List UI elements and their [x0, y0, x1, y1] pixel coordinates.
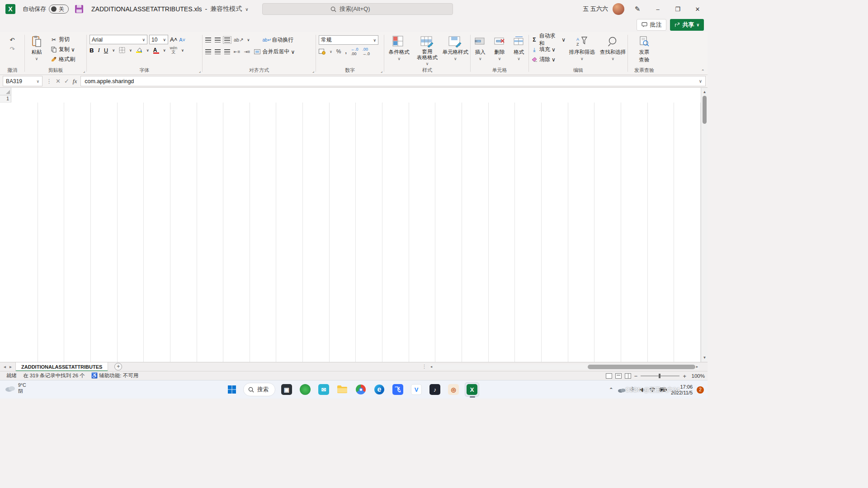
align-center-icon[interactable]	[215, 49, 221, 54]
page-break-view-icon[interactable]	[625, 373, 631, 379]
name-box-splitter-icon[interactable]: ⋮	[46, 78, 52, 84]
horizontal-scroll-thumb[interactable]	[588, 365, 695, 369]
delete-cells-button[interactable]: 删除 ∨	[491, 34, 509, 61]
edge-icon[interactable]: e	[372, 382, 387, 397]
align-right-icon[interactable]	[224, 49, 230, 54]
start-button[interactable]	[225, 382, 239, 397]
align-middle-icon[interactable]	[215, 38, 221, 42]
taskbar-app-meeting[interactable]: V	[409, 382, 424, 397]
close-button[interactable]: ✕	[688, 0, 708, 18]
normal-view-icon[interactable]	[606, 373, 612, 379]
increase-font-button[interactable]: A˄	[170, 36, 177, 43]
cancel-entry-icon[interactable]: ✕	[56, 78, 61, 84]
prev-sheet-icon[interactable]: ◂	[0, 364, 9, 369]
horizontal-scrollbar[interactable]: ◂ ▸	[429, 364, 699, 370]
taskbar-app-navy[interactable]: ♪	[428, 382, 442, 397]
row-header-1[interactable]: 1	[0, 95, 11, 103]
vertical-scroll-thumb[interactable]	[703, 96, 707, 124]
sheet-tab-active[interactable]: ZADDITIONALASSETATTRIBUTES	[15, 362, 108, 371]
restore-button[interactable]: ❐	[668, 0, 688, 18]
fill-color-button[interactable]	[136, 47, 142, 53]
align-top-icon[interactable]	[205, 38, 211, 42]
share-button[interactable]: 共享 ∨	[670, 19, 704, 31]
add-sheet-icon[interactable]: +	[114, 363, 122, 371]
excel-taskbar-icon[interactable]: X	[465, 382, 479, 397]
tray-chevron-up-icon[interactable]: ⌃	[609, 387, 613, 393]
zoom-slider[interactable]	[641, 375, 679, 376]
merge-center-button[interactable]: 合并后居中∨	[254, 47, 295, 56]
fill-button[interactable]: ⤓填充∨	[531, 45, 566, 54]
accounting-format-icon[interactable]	[319, 49, 326, 55]
taskbar-weather-widget[interactable]: 9°C阴	[5, 382, 26, 394]
autosave-control[interactable]: 自动保存 关	[23, 5, 69, 14]
wrap-text-button[interactable]: ab↵自动换行	[263, 35, 293, 45]
zoom-level[interactable]: 100%	[689, 373, 705, 379]
taskbar-app-mail[interactable]: ✉	[316, 382, 331, 397]
font-size-select[interactable]: 10∨	[149, 35, 168, 44]
increase-indent-icon[interactable]: ⇥≡	[244, 49, 250, 54]
decrease-indent-icon[interactable]: ⇤≡	[234, 49, 240, 54]
file-explorer-icon[interactable]	[335, 382, 349, 397]
sort-filter-button[interactable]: AZ 排序和筛选 ∨	[567, 34, 597, 61]
zoom-out-icon[interactable]: −	[634, 373, 638, 380]
title-chevron-down-icon[interactable]: ∨	[245, 7, 248, 12]
phonetic-guide-button[interactable]: wén文	[170, 46, 178, 54]
clear-button[interactable]: 清除∨	[531, 55, 566, 64]
scroll-up-icon[interactable]: ▲	[701, 89, 708, 95]
percent-style-button[interactable]: %	[336, 48, 341, 55]
increase-decimal-icon[interactable]: ←.0.00	[351, 47, 359, 56]
save-icon[interactable]	[75, 5, 83, 13]
confirm-entry-icon[interactable]: ✓	[64, 78, 69, 84]
taskbar-app-light[interactable]: ◎	[446, 382, 461, 397]
page-layout-view-icon[interactable]	[615, 373, 622, 379]
formula-bar-expand-icon[interactable]: ∨	[696, 76, 706, 86]
autosum-button[interactable]: Σ自动求和∨	[531, 35, 566, 44]
accessibility-status[interactable]: ♿ 辅助功能: 不可用	[91, 372, 138, 379]
decrease-decimal-icon[interactable]: .00→.0	[362, 47, 370, 56]
align-left-icon[interactable]	[205, 49, 211, 54]
minimize-button[interactable]: –	[648, 0, 668, 18]
taskbar-app-green-circle[interactable]	[298, 382, 312, 397]
collapse-ribbon-icon[interactable]: ⌃	[701, 69, 705, 74]
format-as-table-button[interactable]: 套用 表格格式 ∨	[413, 34, 441, 66]
italic-button[interactable]: I	[98, 47, 99, 54]
onedrive-cloud-icon[interactable]	[618, 387, 626, 393]
zoom-in-icon[interactable]: +	[683, 373, 686, 380]
underline-button[interactable]: U	[104, 47, 108, 54]
cut-button[interactable]: ✂剪切	[50, 35, 75, 44]
bold-button[interactable]: B	[90, 47, 94, 54]
scroll-left-icon[interactable]: ◂	[430, 364, 432, 370]
redo-button[interactable]: ↷	[8, 45, 16, 53]
align-bottom-icon[interactable]	[224, 38, 230, 42]
search-input[interactable]: 搜索(Alt+Q)	[262, 3, 453, 15]
next-sheet-icon[interactable]: ▸	[9, 364, 15, 369]
comma-style-button[interactable]: ,	[345, 48, 347, 55]
borders-button[interactable]	[119, 47, 125, 53]
conditional-formatting-button[interactable]: 条件格式 ∨	[385, 34, 413, 61]
font-color-button[interactable]: A	[153, 47, 159, 54]
format-cells-button[interactable]: 格式 ∨	[510, 34, 528, 61]
alignment-dialog-launcher-icon[interactable]: ⌟	[312, 69, 314, 73]
taskbar-search[interactable]: 搜索	[243, 383, 275, 396]
taskbar-app-blue[interactable]: 飞	[391, 382, 405, 397]
autosave-toggle[interactable]: 关	[49, 5, 69, 14]
number-format-select[interactable]: 常规∨	[319, 35, 378, 45]
insert-function-icon[interactable]: fx	[73, 78, 77, 85]
comments-button[interactable]: 批注	[637, 19, 666, 31]
formula-input[interactable]: com.apple.sharingd	[80, 76, 696, 86]
format-painter-button[interactable]: 格式刷	[50, 55, 75, 64]
font-dialog-launcher-icon[interactable]: ⌟	[199, 69, 201, 73]
name-box[interactable]: BA319 ∨	[3, 76, 42, 86]
clipboard-dialog-launcher-icon[interactable]: ⌟	[83, 69, 85, 73]
scroll-right-icon[interactable]: ▸	[696, 364, 698, 370]
undo-button[interactable]: ↶	[8, 36, 16, 44]
chrome-icon[interactable]	[354, 382, 368, 397]
vertical-scrollbar[interactable]: ▲ ▼	[701, 88, 708, 362]
avatar[interactable]	[613, 3, 624, 15]
taskbar-app-dark[interactable]: ▣	[279, 382, 294, 397]
user-name[interactable]: 五 五六六	[583, 5, 608, 13]
excel-app-icon[interactable]: X	[5, 4, 15, 14]
font-name-select[interactable]: Arial∨	[90, 35, 147, 44]
invoice-check-button[interactable]: 发票 查验	[632, 34, 657, 63]
cell-styles-button[interactable]: 单元格样式 ∨	[442, 34, 469, 61]
